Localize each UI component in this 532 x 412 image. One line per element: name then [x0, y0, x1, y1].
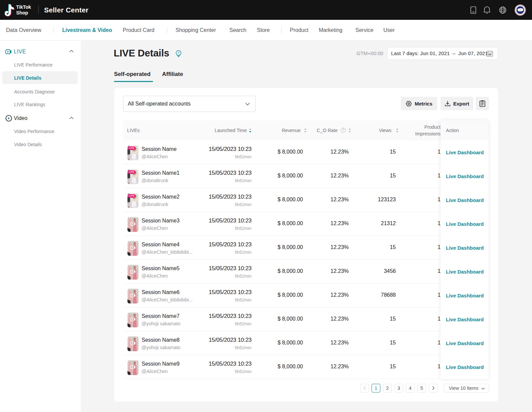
- svg-text:?: ?: [178, 51, 180, 54]
